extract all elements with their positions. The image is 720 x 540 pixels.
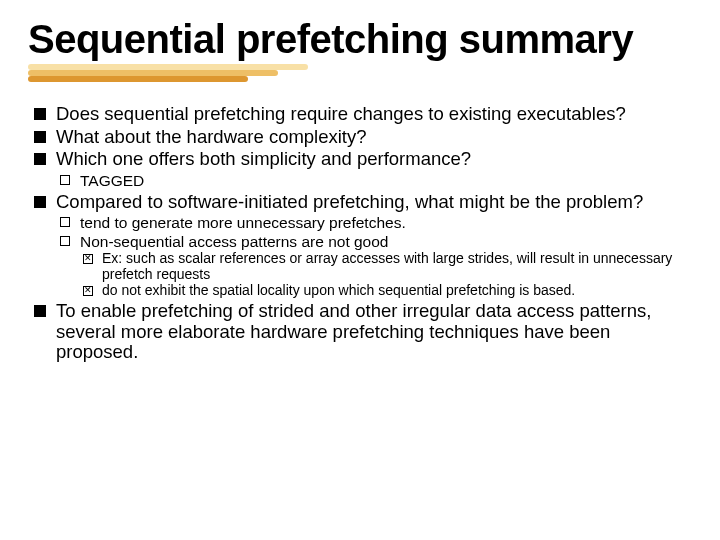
bullet-item: Does sequential prefetching require chan… <box>28 104 692 125</box>
bullet-text: Which one offers both simplicity and per… <box>56 148 471 169</box>
sub-bullet-item: TAGGED <box>56 172 692 189</box>
sub-bullet-item: tend to generate more unnecessary prefet… <box>56 214 692 231</box>
bullet-item: Which one offers both simplicity and per… <box>28 149 692 189</box>
subsub-bullet-text: do not exhibit the spatial locality upon… <box>102 282 575 298</box>
title-underline <box>28 64 308 84</box>
subsub-bullet-text: Ex: such as scalar references or array a… <box>102 250 672 282</box>
sub-bullet-text: Non-sequential access patterns are not g… <box>80 233 388 250</box>
bullet-item: To enable prefetching of strided and oth… <box>28 301 692 363</box>
sub-bullet-item: Non-sequential access patterns are not g… <box>56 233 692 299</box>
slide: Sequential prefetching summary Does sequ… <box>0 0 720 540</box>
bullet-text: Compared to software-initiated prefetchi… <box>56 191 643 212</box>
bullet-item: What about the hardware complexity? <box>28 127 692 148</box>
sub-bullet-text: tend to generate more unnecessary prefet… <box>80 214 406 231</box>
slide-title: Sequential prefetching summary <box>28 18 692 60</box>
sub-bullet-text: TAGGED <box>80 172 144 189</box>
subsub-bullet-item: Ex: such as scalar references or array a… <box>80 251 692 282</box>
bullet-item: Compared to software-initiated prefetchi… <box>28 192 692 299</box>
bullet-text: What about the hardware complexity? <box>56 126 367 147</box>
bullet-text: To enable prefetching of strided and oth… <box>56 300 651 362</box>
subsub-bullet-item: do not exhibit the spatial locality upon… <box>80 283 692 299</box>
bullet-text: Does sequential prefetching require chan… <box>56 103 626 124</box>
slide-body: Does sequential prefetching require chan… <box>28 104 692 363</box>
